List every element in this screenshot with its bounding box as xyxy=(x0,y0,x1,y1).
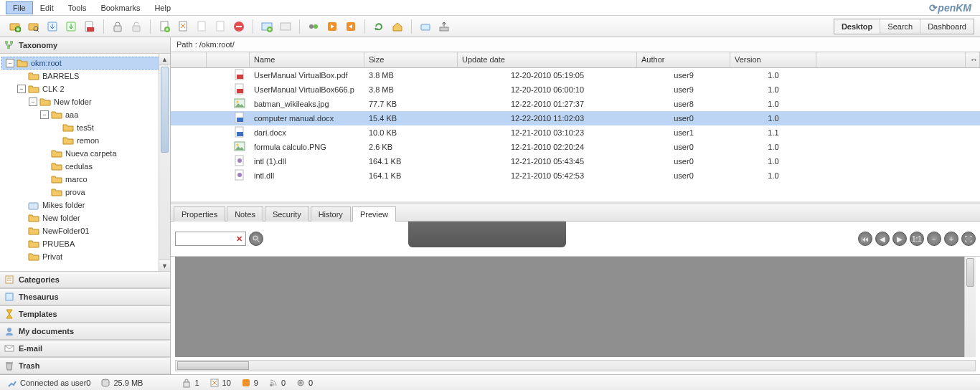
panel-email[interactable]: E-mail xyxy=(0,340,170,357)
col-author[interactable]: Author xyxy=(637,52,730,67)
table-row[interactable]: formula calculo.PNG2.6 KB12-21-2010 02:2… xyxy=(171,140,980,154)
workflow-icon[interactable] xyxy=(306,19,321,34)
toggle-icon[interactable]: − xyxy=(40,110,49,119)
checkin-icon[interactable] xyxy=(194,19,209,34)
export-pdf-icon[interactable] xyxy=(83,19,97,34)
menu-help[interactable]: Help xyxy=(147,1,178,14)
download-alt-icon[interactable] xyxy=(64,19,78,34)
preview-zoomout-icon[interactable]: − xyxy=(927,232,941,246)
delete-icon[interactable] xyxy=(232,19,246,34)
file-type-icon xyxy=(234,141,245,152)
workflow-run-icon[interactable] xyxy=(325,19,339,34)
tab-history[interactable]: History xyxy=(311,206,351,222)
preview-search-input[interactable] xyxy=(176,234,233,243)
add-property-icon[interactable] xyxy=(260,19,274,34)
scroll-thumb[interactable] xyxy=(966,258,974,287)
tab-properties[interactable]: Properties xyxy=(174,206,225,222)
preview-vscrollbar[interactable] xyxy=(964,257,976,357)
new-folder-icon[interactable] xyxy=(8,19,22,34)
collapse-icon[interactable]: − xyxy=(6,59,14,67)
view-tab-search[interactable]: Search xyxy=(880,19,920,34)
toggle-icon[interactable]: − xyxy=(29,98,37,106)
preview-first-icon[interactable]: ⏮ xyxy=(858,232,872,246)
download-icon[interactable] xyxy=(45,19,60,34)
preview-viewport[interactable] xyxy=(175,257,976,357)
view-tab-dashboard[interactable]: Dashboard xyxy=(920,19,974,34)
tab-notes[interactable]: Notes xyxy=(227,206,263,222)
tree-node[interactable]: −aaa xyxy=(1,108,169,121)
tree-node[interactable]: remon xyxy=(1,134,169,147)
file-type-icon xyxy=(234,69,245,80)
table-row[interactable]: UserManual VirtualBox666.p3.8 MB12-20-20… xyxy=(171,82,980,97)
tree-node[interactable]: PRUEBA xyxy=(1,237,169,250)
panel-taxonomy[interactable]: Taxonomy xyxy=(0,37,170,54)
preview-fit-icon[interactable]: 1:1 xyxy=(910,232,924,246)
preview-prev-icon[interactable]: ◀ xyxy=(875,232,890,246)
tree-scrollbar[interactable]: ▲ ▼ xyxy=(159,54,170,271)
add-document-icon[interactable] xyxy=(157,19,171,34)
scroll-up-icon[interactable]: ▲ xyxy=(159,54,170,65)
panel-thesaurus[interactable]: Thesaurus xyxy=(0,288,170,305)
home-icon[interactable] xyxy=(390,19,405,34)
find-folder-icon[interactable] xyxy=(27,19,41,34)
unlock-icon[interactable] xyxy=(129,19,143,34)
workflow-back-icon[interactable] xyxy=(344,19,358,34)
table-row[interactable]: intl (1).dll164.1 KB12-21-2010 05:43:45u… xyxy=(171,154,980,168)
tree-node[interactable]: New folder xyxy=(1,211,169,224)
preview-zoomin-icon[interactable]: + xyxy=(944,232,958,246)
tree-root[interactable]: − okm:root xyxy=(1,57,169,70)
col-name[interactable]: Name xyxy=(250,52,364,67)
tree-node[interactable]: Nueva carpeta xyxy=(1,147,169,160)
tab-preview[interactable]: Preview xyxy=(352,206,396,222)
menu-tools[interactable]: Tools xyxy=(61,1,94,14)
tree-node[interactable]: NewFolder01 xyxy=(1,224,169,237)
tree-node[interactable]: tes5t xyxy=(1,121,169,134)
tree-node[interactable]: cedulas xyxy=(1,160,169,173)
col-type[interactable] xyxy=(207,52,250,67)
tree-node[interactable]: −New folder xyxy=(1,95,169,108)
remove-property-icon[interactable] xyxy=(278,19,293,34)
panel-trash[interactable]: Trash xyxy=(0,357,170,374)
col-size[interactable]: Size xyxy=(364,52,458,67)
svg-rect-55 xyxy=(242,379,250,386)
table-row[interactable]: computer manual.docx15.4 KB12-22-2010 11… xyxy=(171,111,980,125)
toggle-icon[interactable]: − xyxy=(17,85,26,93)
clear-search-icon[interactable]: ✕ xyxy=(233,234,245,244)
tree-node[interactable]: Privat xyxy=(1,250,169,263)
cell-version: 1.0 xyxy=(730,143,816,151)
menu-bookmarks[interactable]: Bookmarks xyxy=(93,1,147,14)
panel-my-documents[interactable]: My documents xyxy=(0,323,170,340)
tree-node[interactable]: Mikes folder xyxy=(1,199,169,211)
upload-icon[interactable] xyxy=(437,19,451,34)
table-row[interactable]: intl.dll164.1 KB12-21-2010 05:42:53user0… xyxy=(171,168,980,183)
table-row[interactable]: dari.docx10.0 KB12-21-2010 03:10:23user1… xyxy=(171,125,980,140)
table-row[interactable]: UserManual VirtualBox.pdf3.8 MB12-20-201… xyxy=(171,68,980,82)
refresh-icon[interactable] xyxy=(372,19,386,34)
tab-security[interactable]: Security xyxy=(265,206,309,222)
menu-file[interactable]: File xyxy=(6,1,33,14)
panel-categories[interactable]: Categories xyxy=(0,271,170,288)
tree-node[interactable]: BARRELS xyxy=(1,70,169,82)
panel-templates[interactable]: Templates xyxy=(0,305,170,323)
preview-next-icon[interactable]: ▶ xyxy=(892,232,907,246)
table-row[interactable]: batman_wikileaks.jpg77.7 KB12-22-2010 01… xyxy=(171,97,980,111)
scroll-down-icon[interactable]: ▼ xyxy=(159,260,170,271)
tree-node[interactable]: marco xyxy=(1,173,169,186)
scroll-thumb[interactable] xyxy=(161,67,169,153)
checkout-icon[interactable] xyxy=(176,19,190,34)
cancel-checkout-icon[interactable] xyxy=(213,19,227,34)
expand-columns-icon[interactable]: ↔ xyxy=(966,52,980,67)
col-date[interactable]: Update date xyxy=(458,52,637,67)
scanner-icon[interactable] xyxy=(418,19,433,34)
view-tab-desktop[interactable]: Desktop xyxy=(834,19,880,34)
preview-hscrollbar[interactable] xyxy=(175,360,976,371)
col-version[interactable]: Version xyxy=(730,52,816,67)
tree-node[interactable]: prova xyxy=(1,186,169,199)
col-blank[interactable] xyxy=(171,52,207,67)
preview-fullscreen-icon[interactable]: ⛶ xyxy=(961,232,976,246)
menu-edit[interactable]: Edit xyxy=(33,1,61,14)
lock-icon[interactable] xyxy=(110,19,125,34)
search-go-icon[interactable] xyxy=(249,232,263,246)
scroll-thumb[interactable] xyxy=(177,361,249,370)
tree-node[interactable]: −CLK 2 xyxy=(1,82,169,95)
